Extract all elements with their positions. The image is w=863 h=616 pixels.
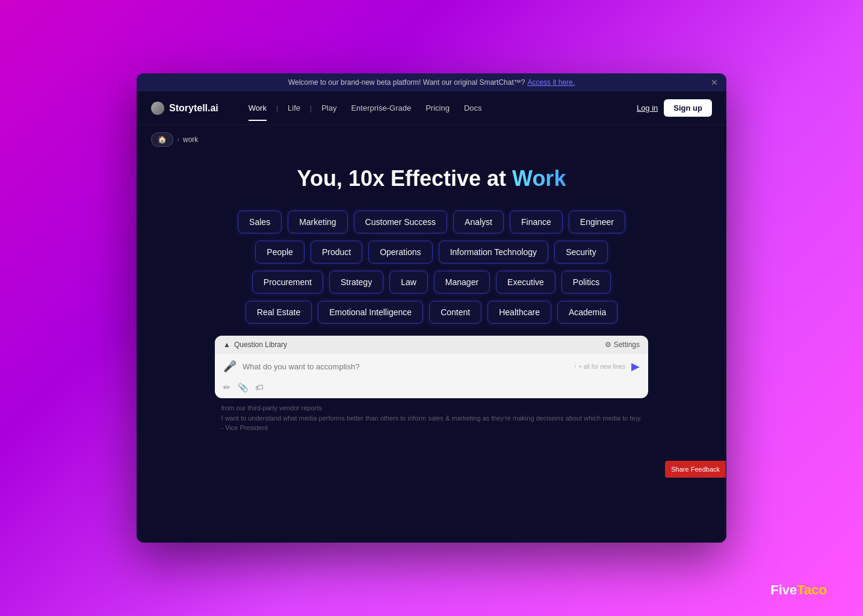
tag-operations[interactable]: Operations — [368, 241, 432, 263]
banner-link[interactable]: Access it here. — [527, 78, 575, 87]
logo[interactable]: Storytell.ai — [151, 102, 218, 115]
tag-security[interactable]: Security — [554, 241, 608, 263]
chat-widget: ▲ Question Library ⚙ Settings 🎤 ↑ + alt … — [215, 336, 648, 398]
mic-icon[interactable]: 🎤 — [223, 360, 237, 373]
banner-close-button[interactable]: ✕ — [711, 78, 718, 87]
tag-customer-success[interactable]: Customer Success — [354, 211, 447, 233]
breadcrumb-home[interactable]: 🏠 — [151, 132, 173, 147]
send-button[interactable]: ▶ — [631, 360, 640, 373]
gear-icon: ⚙ — [605, 340, 611, 349]
nav-item-enterprise[interactable]: Enterprise-Grade — [345, 100, 417, 116]
below-fold-author: - Vice President — [221, 423, 642, 433]
tags-row-1: Sales Marketing Customer Success Analyst… — [238, 211, 625, 233]
tag-politics[interactable]: Politics — [561, 271, 611, 294]
settings-label: Settings — [614, 340, 640, 349]
tag-real-estate[interactable]: Real Estate — [246, 301, 312, 324]
tag-engineer[interactable]: Engineer — [569, 211, 625, 233]
main-content: You, 10x Effective at Work Sales Marketi… — [137, 154, 726, 543]
watermark-five: Five — [770, 582, 797, 597]
below-fold-body: I want to understand what media performs… — [221, 413, 642, 424]
nav-item-pricing[interactable]: Pricing — [419, 100, 456, 116]
tag-icon[interactable]: 🏷 — [255, 383, 264, 392]
chat-footer: ✏ 📎 🏷 — [215, 379, 648, 398]
attachment-icon[interactable]: 📎 — [238, 383, 248, 392]
navbar: Storytell.ai Work | Life | Play Enterpri… — [137, 91, 726, 125]
share-feedback-button[interactable]: Share Feedback — [665, 461, 726, 478]
tag-law[interactable]: Law — [389, 271, 428, 294]
tags-row-2: People Product Operations Information Te… — [255, 241, 607, 263]
tag-product[interactable]: Product — [311, 241, 362, 263]
chat-body: 🎤 ↑ + alt for new lines ▶ — [215, 354, 648, 379]
hero-title-prefix: You, 10x Effective at — [297, 166, 512, 191]
tag-content[interactable]: Content — [429, 301, 481, 324]
tag-manager[interactable]: Manager — [434, 271, 490, 294]
home-icon: 🏠 — [158, 135, 167, 144]
question-library-label[interactable]: Question Library — [234, 340, 287, 349]
tags-container: Sales Marketing Customer Success Analyst… — [151, 211, 712, 324]
watermark-taco: Taco — [797, 582, 827, 597]
nav-actions: Log in Sign up — [637, 99, 712, 117]
tag-procurement[interactable]: Procurement — [252, 271, 323, 294]
chat-settings[interactable]: ⚙ Settings — [605, 340, 640, 349]
tag-people[interactable]: People — [255, 241, 305, 263]
breadcrumb-current: work — [183, 135, 198, 144]
tag-analyst[interactable]: Analyst — [453, 211, 504, 233]
chevron-up-icon: ▲ — [223, 340, 230, 349]
below-fold-content: from our third-party vendor reports I wa… — [207, 403, 657, 433]
banner-text: Welcome to our brand-new beta platform! … — [288, 78, 525, 87]
nav-item-docs[interactable]: Docs — [458, 100, 488, 116]
hero-title: You, 10x Effective at Work — [297, 166, 566, 191]
tags-row-3: Procurement Strategy Law Manager Executi… — [252, 271, 611, 294]
edit-icon[interactable]: ✏ — [223, 383, 230, 392]
chat-header-left: ▲ Question Library — [223, 340, 287, 349]
logo-icon — [151, 102, 164, 115]
nav-item-play[interactable]: Play — [315, 100, 342, 116]
breadcrumb-separator: › — [177, 135, 179, 144]
tag-healthcare[interactable]: Healthcare — [487, 301, 551, 324]
nav-item-life[interactable]: Life — [282, 100, 306, 116]
tags-row-4: Real Estate Emotional Intelligence Conte… — [246, 301, 617, 324]
chat-header: ▲ Question Library ⚙ Settings — [215, 336, 648, 354]
browser-window: Welcome to our brand-new beta platform! … — [137, 73, 726, 543]
tag-executive[interactable]: Executive — [496, 271, 555, 294]
tag-emotional-intelligence[interactable]: Emotional Intelligence — [318, 301, 423, 324]
tag-strategy[interactable]: Strategy — [329, 271, 383, 294]
login-button[interactable]: Log in — [637, 103, 658, 112]
nav-item-work[interactable]: Work — [243, 100, 273, 116]
tag-information-technology[interactable]: Information Technology — [439, 241, 549, 263]
watermark: FiveTaco — [770, 582, 827, 598]
tag-finance[interactable]: Finance — [510, 211, 563, 233]
signup-button[interactable]: Sign up — [664, 99, 712, 117]
chat-hint: ↑ + alt for new lines — [574, 363, 625, 370]
logo-text: Storytell.ai — [169, 103, 218, 114]
chat-input[interactable] — [243, 362, 568, 371]
tag-sales[interactable]: Sales — [238, 211, 282, 233]
tag-academia[interactable]: Academia — [557, 301, 617, 324]
announcement-banner: Welcome to our brand-new beta platform! … — [137, 73, 726, 91]
below-fold-line1: from our third-party vendor reports — [221, 403, 642, 413]
breadcrumb: 🏠 › work — [137, 125, 726, 154]
nav-links: Work | Life | Play Enterprise-Grade Pric… — [243, 100, 637, 116]
tag-marketing[interactable]: Marketing — [288, 211, 347, 233]
hero-title-highlight: Work — [512, 166, 566, 191]
